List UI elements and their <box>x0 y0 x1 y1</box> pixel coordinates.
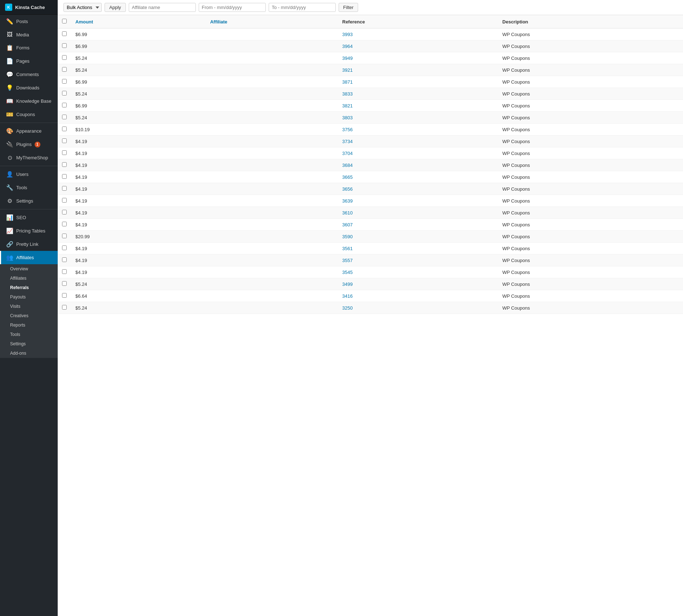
row-checkbox[interactable] <box>62 162 67 167</box>
reference-link[interactable]: 3499 <box>342 282 353 287</box>
submenu-reports[interactable]: Reports <box>0 320 58 330</box>
sidebar-item-media[interactable]: 🖼 Media <box>0 28 58 41</box>
reference-link[interactable]: 3734 <box>342 139 353 144</box>
submenu-visits[interactable]: Visits <box>0 302 58 311</box>
row-checkbox[interactable] <box>62 293 67 298</box>
row-reference: 3921 <box>338 64 498 76</box>
sidebar-item-posts[interactable]: ✏️ Posts <box>0 15 58 28</box>
reference-link[interactable]: 3590 <box>342 234 353 239</box>
reference-link[interactable]: 3993 <box>342 32 353 37</box>
affiliates-submenu: Overview Affiliates Referrals Payouts Vi… <box>0 264 58 358</box>
table-body: $6.99 3993 WP Coupons $6.99 3964 WP Coup… <box>58 28 683 314</box>
row-checkbox[interactable] <box>62 174 67 179</box>
row-checkbox[interactable] <box>62 198 67 203</box>
row-checkbox[interactable] <box>62 115 67 119</box>
sidebar-item-knowledge-base[interactable]: 📖 Knowledge Base <box>0 94 58 108</box>
row-affiliate <box>206 52 338 64</box>
reference-link[interactable]: 3756 <box>342 127 353 132</box>
sidebar-item-affiliates[interactable]: 👥 Affiliates <box>0 251 58 264</box>
row-checkbox[interactable] <box>62 127 67 131</box>
reference-link[interactable]: 3545 <box>342 270 353 275</box>
row-amount: $6.99 <box>71 28 206 40</box>
sidebar-item-appearance[interactable]: 🎨 Appearance <box>0 124 58 138</box>
row-checkbox[interactable] <box>62 186 67 191</box>
row-description: WP Coupons <box>498 52 683 64</box>
row-checkbox[interactable] <box>62 55 67 60</box>
submenu-settings[interactable]: Settings <box>0 339 58 349</box>
submenu-affiliates[interactable]: Affiliates <box>0 274 58 283</box>
sidebar-item-pages[interactable]: 📄 Pages <box>0 54 58 68</box>
row-checkbox[interactable] <box>62 234 67 238</box>
reference-link[interactable]: 3803 <box>342 115 353 120</box>
reference-link[interactable]: 3704 <box>342 151 353 156</box>
apply-button[interactable]: Apply <box>105 3 126 12</box>
sidebar-item-downloads[interactable]: 💡 Downloads <box>0 81 58 94</box>
row-checkbox[interactable] <box>62 257 67 262</box>
filter-button[interactable]: Filter <box>339 3 358 12</box>
row-checkbox-cell <box>58 159 71 171</box>
reference-link[interactable]: 3949 <box>342 56 353 61</box>
reference-link[interactable]: 3639 <box>342 198 353 204</box>
reference-link[interactable]: 3964 <box>342 44 353 49</box>
row-checkbox-cell <box>58 28 71 40</box>
sidebar-item-settings[interactable]: ⚙ Settings <box>0 194 58 208</box>
sidebar-item-pretty-link[interactable]: 🔗 Pretty Link <box>0 238 58 251</box>
select-all-checkbox[interactable] <box>62 19 67 23</box>
sidebar-item-mythemeshop[interactable]: ⊙ MyThemeShop <box>0 151 58 164</box>
sidebar-item-users[interactable]: 👤 Users <box>0 168 58 181</box>
table-row: $5.24 3499 WP Coupons <box>58 278 683 290</box>
submenu-overview[interactable]: Overview <box>0 264 58 274</box>
affiliate-name-input[interactable] <box>129 3 196 12</box>
sidebar-item-comments[interactable]: 💬 Comments <box>0 68 58 81</box>
reference-link[interactable]: 3921 <box>342 67 353 73</box>
reference-link[interactable]: 3557 <box>342 258 353 263</box>
row-checkbox[interactable] <box>62 103 67 107</box>
row-checkbox[interactable] <box>62 305 67 310</box>
row-checkbox[interactable] <box>62 281 67 286</box>
row-checkbox[interactable] <box>62 245 67 250</box>
row-checkbox[interactable] <box>62 222 67 226</box>
row-checkbox[interactable] <box>62 79 67 84</box>
reference-link[interactable]: 3833 <box>342 91 353 97</box>
row-checkbox[interactable] <box>62 269 67 274</box>
bulk-actions-select[interactable]: Bulk Actions <box>63 3 102 12</box>
row-checkbox[interactable] <box>62 210 67 214</box>
sidebar-item-tools[interactable]: 🔧 Tools <box>0 181 58 194</box>
sidebar-item-label: Users <box>16 172 28 177</box>
reference-link[interactable]: 3871 <box>342 79 353 85</box>
row-description: WP Coupons <box>498 100 683 112</box>
reference-link[interactable]: 3250 <box>342 305 353 311</box>
sidebar-item-seo[interactable]: 📊 SEO <box>0 211 58 224</box>
reference-link[interactable]: 3821 <box>342 103 353 108</box>
submenu-tools[interactable]: Tools <box>0 330 58 339</box>
reference-link[interactable]: 3607 <box>342 222 353 227</box>
row-checkbox[interactable] <box>62 31 67 36</box>
col-header-affiliate[interactable]: Affiliate <box>206 15 338 28</box>
reference-link[interactable]: 3656 <box>342 186 353 192</box>
from-date-input[interactable] <box>199 3 266 12</box>
row-checkbox[interactable] <box>62 43 67 48</box>
row-reference: 3499 <box>338 278 498 290</box>
comments-icon: 💬 <box>6 71 13 78</box>
row-checkbox[interactable] <box>62 150 67 155</box>
sidebar-item-forms[interactable]: 📋 Forms <box>0 41 58 54</box>
reference-link[interactable]: 3684 <box>342 163 353 168</box>
row-checkbox[interactable] <box>62 91 67 96</box>
to-date-input[interactable] <box>269 3 336 12</box>
reference-link[interactable]: 3561 <box>342 246 353 251</box>
reference-link[interactable]: 3610 <box>342 210 353 216</box>
submenu-payouts[interactable]: Payouts <box>0 292 58 302</box>
sidebar-item-coupons[interactable]: 🎫 Coupons <box>0 108 58 121</box>
submenu-creatives[interactable]: Creatives <box>0 311 58 320</box>
reference-link[interactable]: 3416 <box>342 293 353 299</box>
sidebar-item-plugins[interactable]: 🔌 Plugins 1 <box>0 138 58 151</box>
row-checkbox[interactable] <box>62 67 67 72</box>
submenu-add-ons[interactable]: Add-ons <box>0 349 58 358</box>
sidebar-item-pricing-tables[interactable]: 📈 Pricing Tables <box>0 224 58 238</box>
col-header-amount[interactable]: Amount <box>71 15 206 28</box>
reference-link[interactable]: 3665 <box>342 174 353 180</box>
submenu-referrals[interactable]: Referrals <box>0 283 58 292</box>
row-description: WP Coupons <box>498 88 683 100</box>
row-checkbox[interactable] <box>62 138 67 143</box>
sidebar-item-label: MyThemeShop <box>16 155 48 160</box>
